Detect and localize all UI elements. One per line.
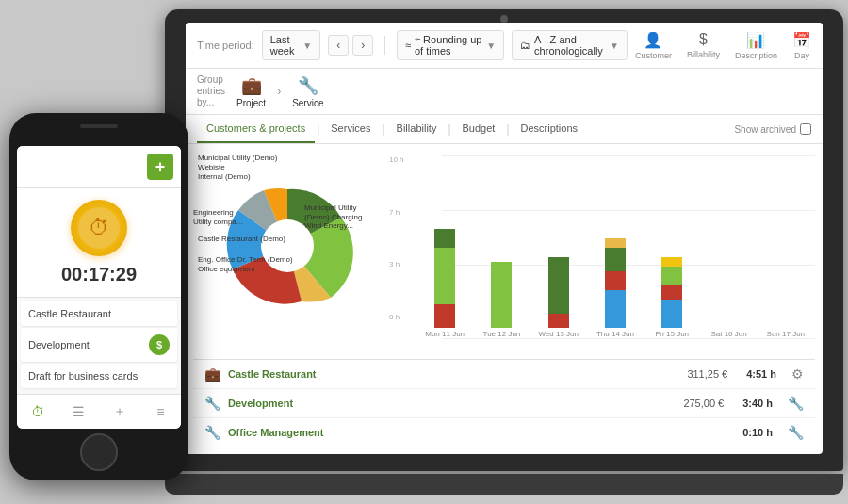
phone-home-button[interactable] xyxy=(80,433,118,471)
bar-group-wed: Wed 13 Jun xyxy=(533,257,584,338)
billability-button[interactable]: $ Billability xyxy=(687,31,720,59)
bottom-list: 💼 Castle Restaurant 311,25 € 4:51 h ⚙ 🔧 … xyxy=(193,359,815,447)
bar-fri-red xyxy=(661,285,682,300)
phone-nav-menu[interactable]: ≡ xyxy=(146,400,174,423)
laptop-camera xyxy=(500,15,508,23)
tab-separator-2: | xyxy=(380,122,386,136)
bar-group-tue: Tue 12 Jun xyxy=(476,262,527,338)
show-archived-toggle: Show archived xyxy=(734,123,811,135)
phone-entry-development: Development $ xyxy=(21,328,177,362)
group-by-service[interactable]: 🔧 Service xyxy=(292,75,323,108)
phone-entry-name-draft: Draft for business cards xyxy=(28,370,170,382)
office-time: 0:10 h xyxy=(742,427,773,438)
bar-fri-blue xyxy=(661,300,682,328)
customer-icon: 👤 xyxy=(644,31,662,49)
gear-icon-castle[interactable]: ⚙ xyxy=(791,366,804,382)
bar-group-sat: Sat 16 Jun xyxy=(703,328,754,338)
bar-thu-yellow xyxy=(605,238,626,248)
y-label-10: 10 h xyxy=(389,155,412,164)
bar-label-mon: Mon 11 Jun xyxy=(425,330,465,338)
tab-customers-projects[interactable]: Customers & projects xyxy=(197,115,315,143)
project-label: Project xyxy=(236,98,266,108)
phone-nav-timer[interactable]: ⏱ xyxy=(24,400,52,423)
dev-amount: 275,00 € xyxy=(683,398,724,409)
pie-label-2: Internal (Demo) xyxy=(198,172,251,182)
bar-stack-tue xyxy=(491,262,512,328)
day-button[interactable]: 📅 Day xyxy=(792,31,811,60)
description-icon: 📊 xyxy=(746,31,765,49)
pie-chart-container: Municipal Utility (Demo)Webiste Internal… xyxy=(193,152,382,359)
tab-services[interactable]: Services xyxy=(321,115,380,143)
bar-wed-green xyxy=(548,257,569,314)
chart-section: Municipal Utility (Demo)Webiste Internal… xyxy=(186,144,823,454)
office-management-name[interactable]: Office Management xyxy=(228,427,724,438)
rounding-icon: ≈ xyxy=(405,40,411,51)
service-label: Service xyxy=(292,98,323,108)
laptop: Time period: Last week ▼ ‹ › ≈ ≈ Roundin… xyxy=(165,9,843,495)
billability-icon: $ xyxy=(699,31,708,48)
show-archived-checkbox[interactable] xyxy=(800,123,811,135)
gear-icon-office[interactable]: 🔧 xyxy=(788,425,804,440)
phone-speaker xyxy=(80,124,118,128)
sort-icon: 🗂 xyxy=(520,40,530,51)
tab-descriptions[interactable]: Descriptions xyxy=(512,115,588,143)
dev-time: 3:40 h xyxy=(742,398,773,409)
bar-mon-green xyxy=(434,229,455,248)
bar-label-fri: Fri 15 Jun xyxy=(655,330,689,338)
tab-separator-3: | xyxy=(446,122,452,136)
bar-tue-lightgreen xyxy=(491,262,512,328)
service-icon: 🔧 xyxy=(298,75,318,96)
show-archived-label: Show archived xyxy=(734,124,796,135)
phone-nav-list[interactable]: ☰ xyxy=(64,400,92,423)
y-label-7: 7 h xyxy=(389,208,412,217)
tab-budget[interactable]: Budget xyxy=(453,115,505,143)
group-entries-label: Groupentriesby... xyxy=(197,74,225,108)
group-by-project[interactable]: 💼 Project xyxy=(236,75,266,108)
bar-chart-container: 10 h 7 h 3 h 0 h xyxy=(389,152,815,359)
sort-dropdown[interactable]: 🗂 A - Z and chronologically ▼ xyxy=(512,30,628,60)
billability-label: Billability xyxy=(687,50,720,59)
bar-thu-blue xyxy=(605,290,626,328)
phone-screen: + ⏱ 00:17:29 Castle Restaurant Developme… xyxy=(17,146,181,429)
bar-fri-lightgreen xyxy=(661,267,682,285)
tab-separator-4: | xyxy=(504,122,511,136)
bar-thu-green xyxy=(605,248,626,271)
castle-time: 4:51 h xyxy=(746,368,776,380)
customer-button[interactable]: 👤 Customer xyxy=(635,31,672,60)
time-period-value: Last week xyxy=(270,34,300,57)
bar-wed-red xyxy=(548,314,569,328)
toolbar-right: 👤 Customer $ Billability 📊 Description xyxy=(635,31,811,60)
phone-timer-display: 00:17:29 xyxy=(61,264,137,285)
h-line-bottom xyxy=(442,338,815,339)
next-period-button[interactable]: › xyxy=(352,35,373,56)
bar-label-wed: Wed 13 Jun xyxy=(538,330,579,338)
phone-entry-draft: Draft for business cards xyxy=(21,364,177,388)
tab-billability[interactable]: Billability xyxy=(387,115,447,143)
rounding-label: ≈ Rounding up of times xyxy=(415,34,482,57)
prev-period-button[interactable]: ‹ xyxy=(328,35,349,56)
bar-thu-red xyxy=(605,271,626,290)
phone-nav-add[interactable]: ＋ xyxy=(106,400,134,423)
description-label: Description xyxy=(735,51,777,60)
pie-label-1: Municipal Utility (Demo)Webiste xyxy=(198,154,277,171)
add-entry-button[interactable]: + xyxy=(147,154,173,180)
laptop-body: Time period: Last week ▼ ‹ › ≈ ≈ Roundin… xyxy=(165,9,843,471)
laptop-base xyxy=(165,474,843,495)
rounding-dropdown[interactable]: ≈ ≈ Rounding up of times ▼ xyxy=(397,30,504,60)
description-button[interactable]: 📊 Description xyxy=(735,31,777,60)
development-name[interactable]: Development xyxy=(228,398,683,409)
pie-label-4: Castle Restaurant (Demo) xyxy=(198,235,285,244)
tab-separator-1: | xyxy=(315,122,321,136)
phone-timer-area: ⏱ 00:17:29 xyxy=(17,188,181,298)
castle-restaurant-name[interactable]: Castle Restaurant xyxy=(228,368,687,380)
time-period-dropdown[interactable]: Last week ▼ xyxy=(262,30,321,60)
gear-icon-dev[interactable]: 🔧 xyxy=(788,396,804,411)
bar-label-thu: Thu 14 Jun xyxy=(596,330,634,338)
phone-entry-money-icon[interactable]: $ xyxy=(149,334,170,355)
customer-label: Customer xyxy=(635,51,672,60)
phone-clock-icon: ⏱ xyxy=(71,200,127,256)
arrow-icon: › xyxy=(277,85,281,98)
phone-entries-list: Castle Restaurant Development $ Draft fo… xyxy=(17,298,181,394)
timer-icon: ⏱ xyxy=(89,216,109,240)
office-icon: 🔧 xyxy=(204,425,220,440)
